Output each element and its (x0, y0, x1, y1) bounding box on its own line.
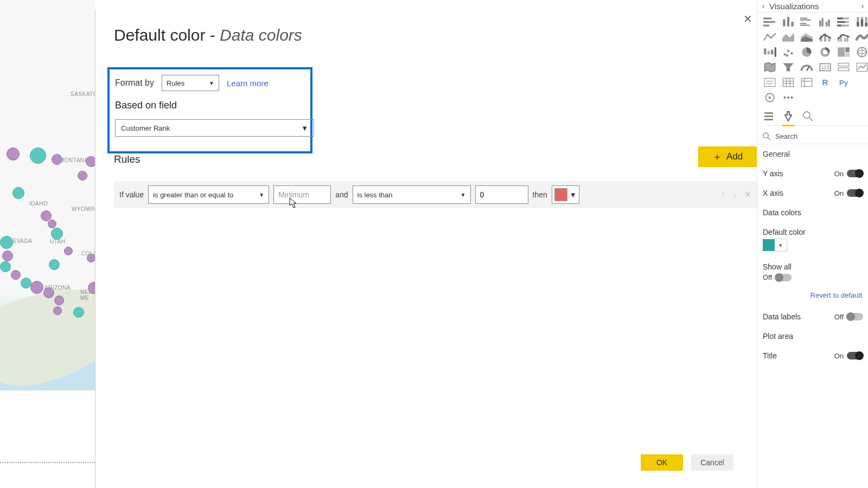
table-icon[interactable] (781, 76, 795, 88)
toggle-label: Off (763, 273, 772, 281)
and-label: and (335, 190, 348, 199)
map-bubble (52, 154, 62, 165)
toggle-switch[interactable] (847, 352, 863, 359)
section-title[interactable]: Title On (757, 346, 868, 365)
toggle-label: Off (834, 313, 844, 321)
map-bubble (11, 270, 21, 280)
donut-chart-icon[interactable] (818, 46, 832, 58)
svg-rect-63 (801, 78, 812, 86)
format-by-value: Rules (167, 79, 184, 87)
svg-rect-2 (763, 24, 769, 26)
ribbon-chart-icon[interactable] (855, 31, 868, 43)
toggle-switch[interactable] (847, 189, 863, 197)
kpi-icon[interactable] (855, 61, 868, 73)
svg-line-77 (809, 118, 813, 121)
more-visuals-icon[interactable] (781, 92, 795, 104)
stacked-area-chart-icon[interactable] (800, 31, 814, 43)
based-on-field-select[interactable]: Customer Rank ▼ (115, 119, 314, 137)
search-row[interactable]: Search (757, 129, 868, 144)
value-2-input[interactable] (475, 185, 528, 204)
operator-1-select[interactable]: is greater than or equal to ▼ (148, 185, 269, 204)
toggle-switch[interactable] (775, 274, 792, 281)
section-x-axis[interactable]: X axis On (757, 183, 868, 203)
stacked-column-chart-icon[interactable] (781, 16, 795, 28)
color-swatch (763, 239, 775, 251)
svg-rect-74 (764, 115, 773, 117)
section-general[interactable]: General (757, 144, 868, 164)
line-clustered-column-icon[interactable] (837, 31, 851, 43)
svg-rect-53 (838, 68, 849, 70)
svg-rect-12 (826, 22, 827, 27)
learn-more-link[interactable]: Learn more (227, 79, 269, 88)
svg-rect-13 (828, 20, 829, 27)
slicer-icon[interactable] (763, 76, 777, 88)
toggle-switch[interactable] (847, 313, 863, 320)
svg-rect-35 (771, 50, 773, 55)
format-tab-icon[interactable] (782, 110, 794, 126)
toggle-label: On (834, 352, 844, 360)
scatter-chart-icon[interactable] (781, 46, 795, 58)
svg-rect-25 (865, 23, 867, 26)
state-label: IDAHO (29, 201, 48, 207)
move-down-icon[interactable]: ↓ (733, 190, 737, 200)
svg-rect-6 (800, 17, 807, 18)
card-icon[interactable]: 123 (818, 61, 832, 73)
section-data-labels[interactable]: Data labels Off (757, 307, 868, 326)
map-icon[interactable] (855, 46, 868, 58)
arcgis-map-icon[interactable] (763, 92, 777, 104)
treemap-icon[interactable] (837, 46, 851, 58)
section-y-axis[interactable]: Y axis On (757, 164, 868, 183)
map-bubble (30, 281, 43, 294)
analytics-tab-icon[interactable] (802, 110, 814, 122)
section-label: Title (763, 351, 777, 360)
clustered-column-chart-icon[interactable] (818, 16, 832, 28)
map-visual: SASKATCH MONTANA IDAHO WYOMING NEVADA UT… (0, 0, 95, 488)
cancel-button[interactable]: Cancel (691, 454, 733, 471)
python-visual-icon[interactable]: Py (837, 76, 851, 88)
fields-tab-icon[interactable] (763, 110, 775, 122)
ok-button[interactable]: OK (641, 454, 683, 471)
gauge-icon[interactable] (800, 61, 814, 73)
collapse-left-icon[interactable]: ‹ (757, 2, 769, 10)
filled-map-icon[interactable] (763, 61, 777, 73)
hundred-stacked-bar-icon[interactable] (837, 16, 851, 28)
toggle-switch[interactable] (847, 170, 863, 177)
delete-rule-icon[interactable]: ✕ (744, 190, 751, 200)
format-by-select[interactable]: Rules ▼ (162, 75, 219, 91)
pie-chart-icon[interactable] (800, 46, 814, 58)
area-chart-icon[interactable] (781, 31, 795, 43)
add-rule-button[interactable]: ＋ Add (698, 146, 757, 167)
clustered-bar-chart-icon[interactable] (800, 16, 814, 28)
rule-color-picker[interactable]: ▼ (552, 185, 579, 204)
format-by-label: Format by (115, 78, 154, 88)
waterfall-chart-icon[interactable] (763, 46, 777, 58)
toggle-label: On (834, 170, 844, 178)
panel-tabs (763, 110, 868, 126)
collapse-right-icon[interactable]: › (857, 2, 868, 10)
revert-to-default-link[interactable]: Revert to default (757, 287, 868, 307)
map-bubble (2, 251, 13, 261)
funnel-icon[interactable] (781, 61, 795, 73)
matrix-icon[interactable] (800, 76, 814, 88)
default-color-label-row: Default color (757, 222, 868, 236)
section-plot-area[interactable]: Plot area (757, 326, 868, 346)
panel-header: ‹ Visualizations › (757, 0, 868, 12)
multi-row-card-icon[interactable] (837, 61, 851, 73)
r-visual-icon[interactable]: R (818, 76, 832, 88)
svg-line-79 (768, 137, 770, 140)
line-stacked-column-icon[interactable] (818, 31, 832, 43)
hundred-stacked-column-icon[interactable] (855, 16, 868, 28)
based-on-field-label: Based on field (115, 100, 177, 111)
svg-rect-75 (764, 119, 773, 120)
move-up-icon[interactable]: ↑ (721, 190, 725, 200)
chevron-down-icon[interactable]: ▾ (775, 239, 787, 252)
stacked-bar-chart-icon[interactable] (763, 16, 777, 28)
default-color-picker[interactable]: ▾ (757, 236, 868, 257)
line-chart-icon[interactable] (763, 31, 777, 43)
operator-2-select[interactable]: is less than ▼ (353, 185, 471, 204)
cursor-icon (289, 197, 298, 208)
value-1-input[interactable] (273, 185, 331, 204)
section-data-colors[interactable]: Data colors (757, 203, 868, 222)
close-icon[interactable]: ✕ (741, 13, 754, 26)
chevron-down-icon: ▼ (570, 191, 577, 199)
